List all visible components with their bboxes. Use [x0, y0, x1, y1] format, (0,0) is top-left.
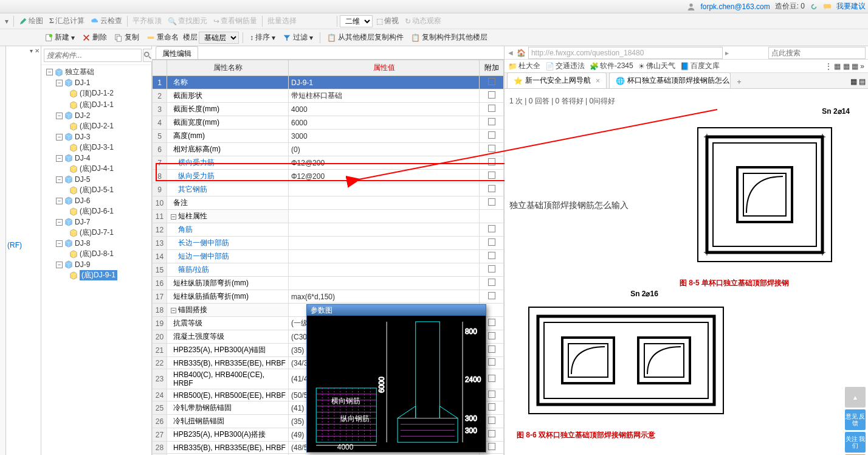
property-row[interactable]: 6相对底标高(m)(0) — [153, 143, 504, 156]
pane-close[interactable]: ▾ ✕ — [30, 47, 40, 54]
tree-node[interactable]: −DJ-7 — [43, 217, 150, 227]
svg-point-7 — [145, 52, 149, 57]
property-row[interactable]: 11−短柱属性 — [153, 210, 504, 223]
tree-leaf[interactable]: (底)DJ-7-1 — [43, 227, 150, 238]
tree-leaf[interactable]: (底)DJ-1-1 — [43, 99, 150, 111]
tree-leaf[interactable]: (底)DJ-6-1 — [43, 206, 150, 217]
flat-btn[interactable]: 平齐板顶 — [130, 15, 164, 27]
property-row[interactable]: 4截面宽度(mm)6000 — [153, 116, 504, 130]
property-row[interactable]: 13长边一侧中部筋 — [153, 237, 504, 250]
cloud-btn[interactable]: 云检查 — [88, 15, 125, 27]
search-input[interactable] — [44, 49, 142, 62]
viewsteel-btn[interactable]: ↪ 查看钢筋量 — [211, 15, 260, 27]
chat-icon — [823, 2, 832, 11]
property-row[interactable]: 12角筋 — [153, 223, 504, 237]
tree-leaf[interactable]: (底)DJ-4-1 — [43, 163, 150, 175]
user-email[interactable]: forpk.chen@163.com — [700, 2, 770, 11]
bookmark-bar: 📁 杜大全 📄 交通违法 🧩 软件-2345 ☀ 佛山天气 📘 百度文库 ⋮ ▦… — [505, 60, 868, 73]
feedback-btn[interactable]: 意见 反馈 — [845, 409, 866, 430]
tree-node[interactable]: −DJ-3 — [43, 132, 150, 142]
bookmark-item[interactable]: 📄 交通违法 — [545, 61, 585, 71]
draw-btn[interactable]: 绘图 — [16, 15, 46, 27]
property-row[interactable]: 1名称DJ-9-1 — [153, 76, 504, 89]
svg-text:4000: 4000 — [337, 443, 354, 451]
tree-node[interactable]: −DJ-6 — [43, 196, 150, 206]
copy-btn[interactable]: 复制 — [111, 31, 142, 44]
browser-tab[interactable]: 🌐 杯口独立基础顶部焊接钢筋怎么...× — [609, 72, 731, 88]
rename-btn[interactable]: 重命名 — [143, 31, 182, 44]
svg-text:6000: 6000 — [377, 377, 386, 393]
tree-leaf[interactable]: (底)DJ-2-1 — [43, 120, 150, 132]
bookmark-item[interactable]: 🧩 软件-2345 — [590, 61, 633, 71]
tree-root[interactable]: −独立基础 — [43, 66, 150, 78]
bookmark-item[interactable]: 📘 百度文库 — [680, 61, 720, 71]
property-tab[interactable]: 属性编辑 — [156, 46, 198, 59]
home-btn[interactable]: 🏠 — [517, 49, 526, 57]
sort-btn[interactable]: ↕ 排序 ▾ — [247, 31, 278, 44]
property-row[interactable]: 15箍筋/拉筋 — [153, 263, 504, 277]
delete-btn[interactable]: 删除 — [79, 31, 110, 44]
property-row[interactable]: 7横向受力筋Φ12@200 — [153, 156, 504, 170]
tree-leaf[interactable]: (底)DJ-5-1 — [43, 184, 150, 196]
copyto-btn[interactable]: 📋 复制构件到其他楼层 — [408, 31, 491, 44]
tree-node[interactable]: −DJ-2 — [43, 111, 150, 120]
suggest-link[interactable]: 我要建议 — [836, 1, 866, 12]
svg-text:纵向钢筋: 纵向钢筋 — [340, 414, 370, 423]
tree-node[interactable]: −DJ-8 — [43, 238, 150, 248]
scroll-top-btn[interactable]: ▲ — [845, 387, 866, 408]
refresh-icon[interactable] — [810, 2, 818, 11]
close-icon[interactable]: × — [596, 77, 600, 85]
follow-btn[interactable]: 关注 我们 — [845, 432, 866, 453]
topview-btn[interactable]: ⬚ 俯视 — [374, 15, 401, 27]
new-tab-btn[interactable]: ＋ — [731, 75, 748, 88]
bookmark-item[interactable]: 📁 杜大全 — [508, 61, 540, 71]
user-icon — [687, 2, 695, 11]
viewmode-select[interactable]: 二维 — [340, 15, 373, 27]
url-input[interactable] — [528, 47, 723, 59]
tab-menu[interactable]: ▦ ▤ — [848, 75, 868, 88]
tree-leaf[interactable]: (底)DJ-3-1 — [43, 142, 150, 153]
property-row[interactable]: 3截面长度(mm)4000 — [153, 103, 504, 116]
property-row[interactable]: 17短柱纵筋插筋弯折(mm)max(6*d,150) — [153, 290, 504, 304]
property-row[interactable]: 5高度(mm)3000 — [153, 130, 504, 143]
tree-leaf[interactable]: (底)DJ-9-1 — [43, 269, 150, 281]
popup-title: 参数图 — [307, 305, 486, 316]
browser-search[interactable] — [768, 47, 866, 59]
back-btn[interactable]: ◄ — [507, 49, 514, 57]
delete-icon — [82, 33, 91, 42]
tree-node[interactable]: −DJ-4 — [43, 153, 150, 163]
browser-tab[interactable]: ⭐ 新一代安全上网导航× — [507, 72, 607, 88]
component-tree-pane: −独立基础−DJ-1(顶)DJ-1-2(底)DJ-1-1−DJ-2(底)DJ-2… — [41, 46, 152, 455]
property-row[interactable]: 8纵向受力筋Φ12@200 — [153, 170, 504, 183]
search-btn[interactable] — [143, 49, 153, 62]
fig2-label: Sn 2⌀16 — [517, 290, 772, 298]
tree-leaf[interactable]: (顶)DJ-1-2 — [43, 88, 150, 99]
component-tree[interactable]: −独立基础−DJ-1(顶)DJ-1-2(底)DJ-1-1−DJ-2(底)DJ-2… — [41, 65, 151, 455]
property-row[interactable]: 10备注 — [153, 196, 504, 210]
svg-rect-6 — [148, 36, 154, 39]
batch-btn[interactable]: 批量选择 — [265, 15, 299, 27]
collapse-btn[interactable]: ▾ — [2, 16, 11, 27]
tree-node[interactable]: −DJ-5 — [43, 175, 150, 184]
copyfrom-btn[interactable]: 📋 从其他楼层复制构件 — [324, 31, 407, 44]
findview-btn[interactable]: 🔍查找图元 — [165, 15, 210, 27]
sum-btn[interactable]: Σ 汇总计算 — [47, 15, 87, 27]
bookmark-more[interactable]: ⋮ ▦ ▦ ▦ » — [825, 62, 864, 71]
tree-leaf[interactable]: (底)DJ-8-1 — [43, 248, 150, 260]
filter-btn[interactable]: 过滤 ▾ — [280, 31, 316, 44]
param-diagram-popup[interactable]: 参数图 横向钢筋 纵向钢筋 4000 — [306, 304, 486, 453]
property-row[interactable]: 16短柱纵筋顶部弯折(mm) — [153, 277, 504, 290]
floor-select[interactable]: 基础层 — [199, 32, 239, 44]
new-btn[interactable]: 新建 ▾ — [41, 31, 78, 44]
property-row[interactable]: 2截面形状带短柱杯口基础 — [153, 89, 504, 103]
tree-node[interactable]: −DJ-1 — [43, 78, 150, 88]
property-row[interactable]: 14短边一侧中部筋 — [153, 250, 504, 263]
svg-point-3 — [49, 33, 52, 36]
search-icon — [143, 51, 152, 60]
dynamic-btn[interactable]: ↻ 动态观察 — [402, 15, 444, 27]
go-btn[interactable]: ▸ — [725, 49, 729, 57]
bookmark-item[interactable]: ☀ 佛山天气 — [638, 61, 675, 71]
svg-text:300: 300 — [465, 426, 477, 435]
property-row[interactable]: 9其它钢筋 — [153, 183, 504, 196]
tree-node[interactable]: −DJ-9 — [43, 260, 150, 269]
